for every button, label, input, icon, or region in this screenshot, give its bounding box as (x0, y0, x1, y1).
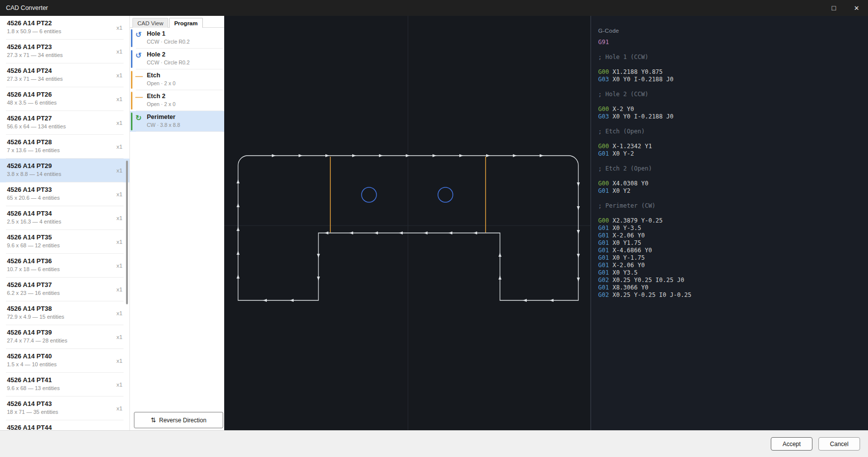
part-name: 4526 A14 PT39 (7, 329, 123, 336)
hole-circle-1[interactable] (362, 187, 376, 202)
operation-item[interactable]: ↻PerimeterCW · 3.8 x 8.8 (130, 111, 224, 132)
maximize-icon: □ (832, 4, 836, 11)
part-list-item[interactable]: 4526 A14 PT3872.9 x 4.9 — 15 entitiesx1 (0, 301, 129, 325)
program-panel: CAD View Program ↺Hole 1CCW · Circle R0.… (130, 16, 224, 430)
part-meta: 48 x 3.5 — 6 entities (7, 100, 123, 106)
gcode-line (598, 158, 868, 165)
part-meta: 65 x 20.6 — 4 entities (7, 195, 123, 201)
tab-cad-view[interactable]: CAD View (132, 18, 168, 28)
part-list-item[interactable]: 4526 A14 PT221.8 x 50.9 — 6 entitiesx1 (0, 16, 129, 40)
part-name: 4526 A14 PT34 (7, 210, 123, 217)
operation-item[interactable]: ↺Hole 1CCW · Circle R0.2 (130, 28, 224, 49)
hole-circle-2[interactable] (438, 187, 453, 202)
part-name: 4526 A14 PT37 (7, 281, 123, 288)
reverse-direction-button[interactable]: ⇅ Reverse Direction (134, 412, 223, 428)
part-quantity: x1 (117, 120, 123, 126)
part-quantity: x1 (117, 49, 123, 55)
parts-list: 4526 A14 PT221.8 x 50.9 — 6 entitiesx145… (0, 16, 129, 430)
maximize-button[interactable]: □ (822, 0, 845, 16)
part-quantity: x1 (117, 168, 123, 173)
part-quantity: x1 (117, 215, 123, 221)
operation-meta: Open · 2 x 0 (147, 101, 221, 107)
cw-icon: ↻ (135, 114, 142, 121)
accept-button[interactable]: Accept (771, 437, 812, 451)
part-list-item[interactable]: 4526 A14 PT2648 x 3.5 — 6 entitiesx1 (0, 87, 129, 111)
part-quantity: x1 (117, 358, 123, 364)
gcode-listing: G91 ; Hole 1 (CCW) G00 X1.2188 Y0.875G03… (598, 39, 868, 299)
footer-bar: Accept Cancel (0, 430, 868, 457)
part-quantity: x1 (117, 239, 123, 245)
part-list-item[interactable]: 4526 A14 PT293.8 x 8.8 — 14 entitiesx1 (0, 159, 129, 182)
part-list-item[interactable]: 4526 A14 PT419.6 x 68 — 13 entitiesx1 (0, 373, 129, 397)
operation-accent (131, 113, 132, 130)
close-button[interactable]: ✕ (845, 0, 868, 16)
gcode-line: ; Hole 1 (CCW) (598, 54, 868, 61)
part-quantity: x1 (117, 263, 123, 269)
part-name: 4526 A14 PT40 (7, 352, 123, 360)
cad-converter-window: CAD Converter □ ✕ 4526 A14 PT221.8 x 50.… (0, 0, 868, 457)
part-list-item[interactable]: 4526 A14 PT342.5 x 16.3 — 4 entitiesx1 (0, 206, 129, 230)
part-list-item[interactable]: 4526 A14 PT376.2 x 23 — 16 entitiesx1 (0, 278, 129, 301)
gcode-line: G01 X-2.06 Y0 (598, 232, 868, 239)
gcode-line (598, 83, 868, 91)
gcode-panel: G-Code G91 ; Hole 1 (CCW) G00 X1.2188 Y0… (590, 16, 868, 430)
gcode-header: G-Code (598, 28, 868, 34)
part-meta: 1.8 x 50.9 — 6 entities (7, 28, 123, 34)
ccw-icon: ↺ (135, 31, 142, 38)
part-meta: 2.5 x 16.3 — 4 entities (7, 219, 123, 225)
gcode-line: G01 X0 Y-3.5 (598, 225, 868, 232)
part-list-item[interactable]: 4526 A14 PT2327.3 x 71 — 34 entitiesx1 (0, 40, 129, 63)
part-name: 4526 A14 PT44 (7, 424, 123, 430)
part-quantity: x1 (117, 286, 123, 292)
part-meta: 56.6 x 64 — 134 entities (7, 123, 123, 129)
gcode-line: ; Perimeter (CW) (598, 202, 868, 210)
part-list-item[interactable]: 4526 A14 PT2427.3 x 71 — 34 entitiesx1 (0, 63, 129, 87)
part-list-item[interactable]: 4526 A14 PT359.6 x 68 — 12 entitiesx1 (0, 230, 129, 254)
part-name: 4526 A14 PT24 (7, 67, 123, 74)
line-icon: — (135, 72, 143, 80)
operations-list: ↺Hole 1CCW · Circle R0.2↺Hole 2CCW · Cir… (130, 28, 224, 132)
gcode-line: G01 X0 Y1.75 (598, 239, 868, 247)
part-quantity: x1 (117, 96, 123, 102)
gcode-line: G00 X4.0308 Y0 (598, 180, 868, 187)
gcode-line (598, 98, 868, 106)
part-list-item[interactable]: 4526 A14 PT3927.4 x 77.4 — 28 entitiesx1 (0, 325, 129, 349)
cad-canvas[interactable] (224, 16, 590, 430)
part-list-item[interactable]: 4526 A14 PT3365 x 20.6 — 4 entitiesx1 (0, 182, 129, 206)
line-icon: — (135, 93, 143, 101)
tab-program[interactable]: Program (169, 18, 202, 28)
cancel-button[interactable]: Cancel (818, 437, 860, 451)
operation-accent (131, 92, 132, 110)
part-name: 4526 A14 PT43 (7, 400, 123, 407)
gcode-line: G01 X0 Y3.5 (598, 269, 868, 277)
ccw-icon: ↺ (135, 52, 142, 59)
gcode-line: ; Etch 2 (Open) (598, 165, 868, 172)
parts-sidebar: 4526 A14 PT221.8 x 50.9 — 6 entitiesx145… (0, 16, 130, 430)
gcode-line: G01 X0 Y-1.75 (598, 254, 868, 262)
part-meta: 3.8 x 8.8 — 14 entities (7, 171, 123, 177)
part-name: 4526 A14 PT27 (7, 114, 123, 122)
part-list-item[interactable]: 4526 A14 PT287 x 13.6 — 16 entitiesx1 (0, 135, 129, 159)
gcode-line: G00 X2.3879 Y-0.25 (598, 217, 868, 225)
title-bar: CAD Converter □ ✕ (0, 0, 868, 16)
part-list-item[interactable]: 4526 A14 PT401.5 x 4 — 10 entitiesx1 (0, 349, 129, 373)
gcode-line: G02 X0.25 Y-0.25 I0 J-0.25 (598, 291, 868, 299)
part-name: 4526 A14 PT23 (7, 43, 123, 51)
window-title: CAD Converter (0, 4, 48, 11)
gcode-line (598, 210, 868, 217)
close-icon: ✕ (854, 5, 860, 11)
operation-title: Etch (147, 72, 221, 79)
operation-item[interactable]: ↺Hole 2CCW · Circle R0.2 (130, 49, 224, 69)
part-meta: 18 x 71 — 35 entities (7, 409, 123, 415)
part-list-item[interactable]: 4526 A14 PT3610.7 x 18 — 6 entitiesx1 (0, 254, 129, 278)
gcode-line: G01 X-4.6866 Y0 (598, 247, 868, 254)
part-list-item[interactable]: 4526 A14 PT44x1 (0, 420, 129, 430)
operation-item[interactable]: —EtchOpen · 2 x 0 (130, 69, 224, 90)
part-name: 4526 A14 PT41 (7, 376, 123, 384)
part-list-item[interactable]: 4526 A14 PT2756.6 x 64 — 134 entitiesx1 (0, 111, 129, 135)
scrollbar-thumb[interactable] (126, 161, 128, 304)
part-list-item[interactable]: 4526 A14 PT4318 x 71 — 35 entitiesx1 (0, 397, 129, 420)
part-meta: 9.6 x 68 — 12 entities (7, 242, 123, 248)
operation-item[interactable]: —Etch 2Open · 2 x 0 (130, 90, 224, 111)
part-quantity: x1 (117, 191, 123, 197)
